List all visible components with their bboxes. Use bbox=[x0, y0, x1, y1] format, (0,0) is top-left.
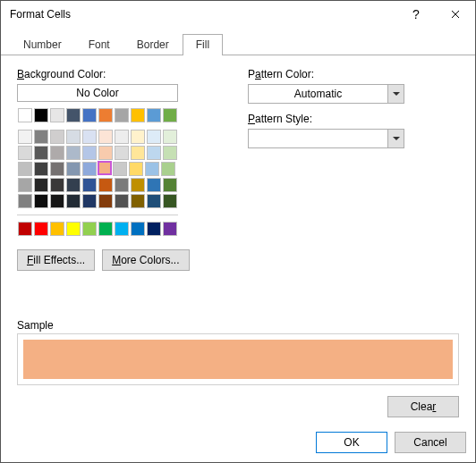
color-swatch[interactable] bbox=[66, 222, 81, 236]
color-swatch[interactable] bbox=[115, 146, 129, 160]
help-button[interactable]: ? bbox=[396, 1, 436, 28]
color-swatch[interactable] bbox=[50, 222, 64, 236]
color-swatch[interactable] bbox=[82, 162, 97, 176]
color-swatch[interactable] bbox=[115, 178, 129, 192]
color-swatch[interactable] bbox=[145, 162, 159, 176]
color-swatch[interactable] bbox=[66, 108, 81, 122]
color-swatch[interactable] bbox=[113, 162, 127, 176]
color-swatch[interactable] bbox=[161, 162, 175, 176]
pattern-color-label: Pattern Color: bbox=[248, 68, 459, 80]
color-swatch[interactable] bbox=[34, 194, 48, 208]
color-swatch[interactable] bbox=[18, 130, 32, 144]
color-swatch[interactable] bbox=[82, 130, 97, 144]
color-swatch[interactable] bbox=[18, 162, 32, 176]
color-swatch[interactable] bbox=[34, 146, 48, 160]
color-swatch[interactable] bbox=[50, 178, 64, 192]
tab-fill[interactable]: Fill bbox=[183, 34, 223, 55]
color-swatch[interactable] bbox=[82, 178, 97, 192]
close-button[interactable] bbox=[436, 1, 475, 28]
color-swatch[interactable] bbox=[147, 194, 161, 208]
color-swatch[interactable] bbox=[66, 178, 81, 192]
tab-number[interactable]: Number bbox=[10, 34, 75, 55]
color-swatch[interactable] bbox=[115, 108, 129, 122]
color-swatch[interactable] bbox=[50, 130, 64, 144]
color-swatch[interactable] bbox=[50, 108, 64, 122]
color-swatch[interactable] bbox=[34, 162, 48, 176]
color-swatch[interactable] bbox=[147, 178, 161, 192]
color-swatch[interactable] bbox=[98, 194, 113, 208]
color-swatch[interactable] bbox=[129, 162, 143, 176]
color-swatch[interactable] bbox=[115, 130, 129, 144]
color-swatch[interactable] bbox=[66, 130, 81, 144]
color-swatch[interactable] bbox=[98, 146, 113, 160]
color-swatch[interactable] bbox=[147, 108, 161, 122]
color-swatch[interactable] bbox=[163, 222, 177, 236]
color-swatch[interactable] bbox=[98, 108, 113, 122]
color-swatch[interactable] bbox=[131, 178, 145, 192]
color-swatch[interactable] bbox=[98, 222, 113, 236]
color-swatch[interactable] bbox=[147, 146, 161, 160]
color-swatch[interactable] bbox=[147, 130, 161, 144]
format-cells-dialog: Format Cells ? Number Font Border Fill B… bbox=[0, 0, 476, 463]
color-swatch[interactable] bbox=[131, 222, 145, 236]
color-swatch[interactable] bbox=[163, 178, 177, 192]
clear-button[interactable]: Clear bbox=[387, 396, 459, 417]
more-colors-button[interactable]: More Colors... bbox=[102, 249, 189, 271]
tab-border[interactable]: Border bbox=[123, 34, 183, 55]
color-swatch[interactable] bbox=[50, 194, 64, 208]
color-swatch[interactable] bbox=[98, 178, 113, 192]
no-color-button[interactable]: No Color bbox=[17, 84, 178, 102]
palette-divider bbox=[17, 215, 178, 215]
color-swatch[interactable] bbox=[98, 161, 112, 175]
color-swatch[interactable] bbox=[34, 222, 48, 236]
color-swatch[interactable] bbox=[163, 194, 177, 208]
standard-colors bbox=[17, 221, 178, 237]
tab-font[interactable]: Font bbox=[75, 34, 123, 55]
color-swatch[interactable] bbox=[66, 146, 81, 160]
sample-area bbox=[17, 333, 459, 385]
background-color-label: Background Color: bbox=[17, 68, 232, 80]
pattern-style-dropdown[interactable] bbox=[248, 129, 404, 148]
window-title: Format Cells bbox=[10, 8, 396, 21]
ok-button[interactable]: OK bbox=[316, 432, 387, 453]
color-swatch[interactable] bbox=[34, 178, 48, 192]
color-swatch[interactable] bbox=[98, 130, 113, 144]
color-swatch[interactable] bbox=[34, 130, 48, 144]
tab-strip: Number Font Border Fill bbox=[1, 33, 475, 55]
chevron-down-icon bbox=[387, 130, 404, 147]
color-swatch[interactable] bbox=[131, 194, 145, 208]
chevron-down-icon bbox=[387, 85, 404, 103]
color-swatch[interactable] bbox=[50, 146, 64, 160]
color-swatch[interactable] bbox=[163, 108, 177, 122]
color-swatch[interactable] bbox=[18, 194, 32, 208]
fill-effects-button[interactable]: Fill Effects... bbox=[17, 249, 95, 271]
color-swatch[interactable] bbox=[50, 162, 64, 176]
tab-panel-fill: Background Color: No Color Fill Effects.… bbox=[1, 55, 475, 426]
color-swatch[interactable] bbox=[147, 222, 161, 236]
color-swatch[interactable] bbox=[82, 108, 97, 122]
color-swatch[interactable] bbox=[115, 194, 129, 208]
dialog-buttons: OK Cancel bbox=[1, 426, 475, 462]
theme-color-shades bbox=[17, 129, 178, 209]
color-swatch[interactable] bbox=[18, 146, 32, 160]
color-swatch[interactable] bbox=[131, 130, 145, 144]
color-swatch[interactable] bbox=[34, 108, 48, 122]
color-swatch[interactable] bbox=[18, 108, 32, 122]
color-swatch[interactable] bbox=[66, 194, 81, 208]
color-swatch[interactable] bbox=[82, 222, 97, 236]
pattern-color-dropdown[interactable]: Automatic bbox=[248, 84, 404, 104]
color-swatch[interactable] bbox=[131, 146, 145, 160]
theme-color-row bbox=[17, 107, 178, 123]
color-swatch[interactable] bbox=[18, 178, 32, 192]
color-swatch[interactable] bbox=[131, 108, 145, 122]
color-swatch[interactable] bbox=[163, 146, 177, 160]
color-swatch[interactable] bbox=[82, 194, 97, 208]
color-swatch[interactable] bbox=[66, 162, 81, 176]
color-swatch[interactable] bbox=[115, 222, 129, 236]
color-swatch[interactable] bbox=[18, 222, 32, 236]
color-swatch[interactable] bbox=[82, 146, 97, 160]
sample-label: Sample bbox=[17, 319, 459, 332]
close-icon bbox=[451, 10, 460, 19]
color-swatch[interactable] bbox=[163, 130, 177, 144]
cancel-button[interactable]: Cancel bbox=[395, 432, 466, 453]
